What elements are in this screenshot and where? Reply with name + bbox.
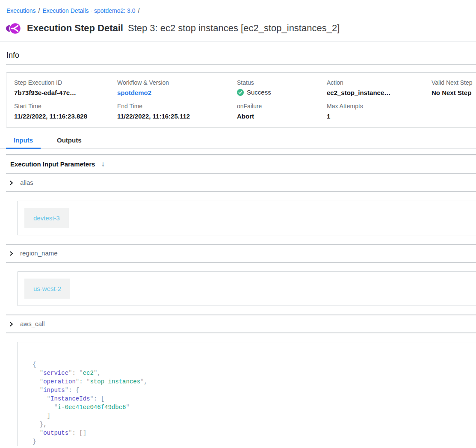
field-label: Status (237, 79, 327, 86)
execution-input-parameters-header: Execution Input Parameters ↓ (0, 155, 476, 173)
field-value: Abort (237, 112, 327, 120)
field-onfailure: onFailure Abort (237, 103, 327, 120)
section-label: alias (20, 179, 33, 186)
field-value: ec2_stop_instance… (327, 89, 432, 97)
section-toggle-region-name[interactable]: region_name (0, 245, 476, 262)
tab-inputs[interactable]: Inputs (6, 136, 41, 148)
page-header: Execution Step Detail Step 3: ec2 stop i… (6, 21, 476, 36)
param-value-chip: devtest-3 (24, 208, 69, 228)
workflow-step-icon (6, 22, 21, 35)
execution-step-detail-page: Executions/Execution Details - spotdemo2… (0, 0, 476, 446)
step-info-card: Step Execution ID 7b73f93e-edaf-47c… Wor… (6, 72, 476, 128)
field-label: Start Time (14, 103, 117, 110)
aws-call-value-box: { "service": "ec2", "operation": "stop_i… (17, 342, 476, 446)
field-end-time: End Time 11/22/2022, 11:16:25.112 (117, 103, 237, 120)
field-value: 11/22/2022, 11:16:23.828 (14, 112, 117, 120)
page-title: Execution Step Detail (27, 23, 123, 34)
status-badge: Success (247, 89, 271, 96)
section-label: region_name (20, 250, 58, 257)
tab-outputs[interactable]: Outputs (49, 136, 89, 148)
field-workflow-version: Workflow & Version spotdemo2 (117, 79, 237, 97)
breadcrumb-link-executions[interactable]: Executions (6, 7, 35, 14)
field-value: 11/22/2022, 11:16:25.112 (117, 112, 237, 120)
field-status: Status Success (237, 79, 327, 97)
breadcrumb-link-execution-details[interactable]: Execution Details - spotdemo2: 3.0 (42, 7, 135, 14)
field-value: No Next Step (432, 89, 476, 97)
arrow-down-icon[interactable]: ↓ (101, 160, 105, 168)
divider (6, 64, 476, 65)
workflow-link[interactable]: spotdemo2 (117, 89, 151, 96)
field-valid-next-step: Valid Next Step No Next Step (432, 79, 476, 97)
field-label: onFailure (237, 103, 327, 110)
chevron-right-icon (9, 322, 14, 326)
region-name-value-box: us-west-2 (17, 271, 476, 306)
field-value: 7b73f93e-edaf-47c… (14, 89, 117, 97)
success-check-icon (237, 89, 244, 96)
inputs-outputs-tabbar: Inputs Outputs (0, 136, 476, 149)
section-label: aws_call (20, 320, 45, 327)
field-max-attempts: Max Attempts 1 (327, 103, 432, 120)
chevron-right-icon (9, 251, 14, 256)
breadcrumb: Executions/Execution Details - spotdemo2… (0, 0, 476, 15)
field-label: Valid Next Step (432, 79, 476, 86)
field-value: 1 (327, 112, 432, 120)
field-label: Max Attempts (327, 103, 432, 110)
aws-call-json-code: { "service": "ec2", "operation": "stop_i… (33, 360, 476, 446)
info-section-heading: Info (6, 50, 476, 60)
field-step-execution-id: Step Execution ID 7b73f93e-edaf-47c… (14, 79, 117, 97)
chevron-right-icon (9, 181, 14, 185)
page-subtitle: Step 3: ec2 stop instances [ec2_stop_ins… (128, 23, 340, 34)
execution-input-parameters-title: Execution Input Parameters (10, 160, 95, 168)
section-toggle-aws-call[interactable]: aws_call (0, 315, 476, 332)
field-label: Workflow & Version (117, 79, 237, 86)
field-action: Action ec2_stop_instance… (327, 79, 432, 97)
divider (6, 191, 476, 192)
field-label: End Time (117, 103, 237, 110)
divider (6, 332, 476, 333)
breadcrumb-separator: / (138, 7, 140, 14)
field-label: Action (327, 79, 432, 86)
section-toggle-alias[interactable]: alias (0, 174, 476, 191)
alias-value-box: devtest-3 (17, 201, 476, 235)
field-start-time: Start Time 11/22/2022, 11:16:23.828 (14, 103, 117, 120)
field-label: Step Execution ID (14, 79, 117, 86)
breadcrumb-separator: / (38, 7, 40, 14)
divider (0, 42, 476, 42)
param-value-chip: us-west-2 (24, 279, 70, 299)
divider (6, 262, 476, 263)
